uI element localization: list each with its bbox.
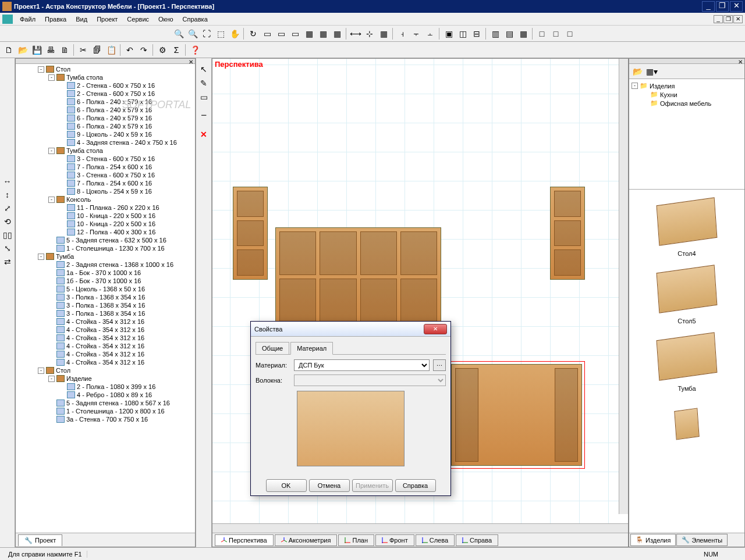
dialog-close-button[interactable]: ✕ [424,324,447,334]
child-close[interactable]: ✕ [733,15,743,23]
tree-node[interactable]: 7 - Полка - 254 x 600 x 16 [17,179,194,187]
window-3-icon[interactable]: □ [563,27,576,40]
cabinet-center[interactable] [275,227,441,326]
mirror-icon[interactable]: ▯▯ [1,229,14,241]
menu-help[interactable]: Справка [178,15,212,24]
sigma-icon[interactable]: Σ [170,44,183,56]
tree-node[interactable]: 3 - Полка - 1368 x 354 x 16 [17,309,194,318]
tree-icon[interactable]: ⚙ [156,44,169,56]
grain-select[interactable] [294,374,446,386]
tree-node[interactable]: 2 - Задняя стенка - 1368 x 1000 x 16 [17,261,194,269]
minimize-button[interactable]: _ [702,1,715,12]
child-minimize[interactable]: _ [714,15,723,23]
tree-node[interactable]: 9 - Цоколь - 240 x 59 x 16 [17,130,194,138]
thumb-stol4[interactable]: Стол4 [652,195,722,257]
thumb-item-4[interactable] [652,398,722,452]
tree-node[interactable]: -Изделие [17,374,194,383]
grid-icon[interactable]: ▦ [377,27,390,40]
delete-icon[interactable]: ✕ [197,128,210,141]
cabinet-left[interactable] [233,187,268,280]
tree-node[interactable]: 11 - Планка - 260 x 220 x 16 [17,204,194,212]
zoom-window-icon[interactable]: ⬚ [214,27,227,40]
tree-node[interactable]: 4 - Стойка - 354 x 312 x 16 [17,318,194,326]
flip-icon[interactable]: ⇄ [1,255,14,268]
tree-node[interactable]: 4 - Задняя стенка - 240 x 750 x 16 [17,138,194,147]
tree-node[interactable]: 3 - Полка - 1368 x 354 x 16 [17,293,194,301]
thumb-tumba[interactable]: Тумба [652,330,722,392]
tree-node[interactable]: -Стол [17,65,194,73]
menu-project[interactable]: Проект [92,15,122,24]
undo-icon[interactable]: ↶ [123,44,136,56]
cancel-button[interactable]: Отмена [309,479,350,492]
rotate-icon[interactable]: ↻ [247,27,260,40]
maximize-button[interactable]: ❐ [716,1,729,12]
tree-node[interactable]: 2 - Стенка - 600 x 750 x 16 [17,90,194,98]
tree-node[interactable]: 1а - Бок - 370 x 1000 x 16 [17,269,194,277]
tree-node[interactable]: 3 - Стенка - 600 x 750 x 16 [17,171,194,179]
tab-project[interactable]: 🔧Проект [18,534,62,546]
material-browse-button[interactable]: … [433,359,446,371]
menu-view[interactable]: Вид [71,15,92,24]
tree-node[interactable]: 1 - Столешница - 1230 x 700 x 16 [17,244,194,252]
child-restore[interactable]: ❐ [723,15,733,23]
copy-icon[interactable]: 🗐 [91,44,104,56]
tab-front[interactable]: Фронт [375,534,414,546]
tree-node[interactable]: 1 - Столешница - 1200 x 800 x 16 [17,407,194,415]
zoom-fit-icon[interactable]: ⛶ [200,27,213,40]
add-part-icon[interactable]: ▭ [197,91,210,104]
tree-node[interactable]: 3 - Стенка - 600 x 750 x 16 [17,155,194,163]
tree-node[interactable]: 6 - Полка - 240 x 579 x 16 [17,106,194,114]
tile-h-icon[interactable]: ▥ [489,27,502,40]
preview-icon[interactable]: 🗎 [58,44,71,56]
move-y-icon[interactable]: ↕ [1,188,14,201]
tree-node[interactable]: -Стол [17,366,194,374]
tab-plan[interactable]: План [338,534,374,546]
tree-node[interactable]: 4 - Стойка - 354 x 312 x 16 [17,334,194,342]
panel-close-icon[interactable]: ✕ [189,59,193,63]
tab-axonometry[interactable]: Аксонометрия [275,534,338,546]
view-top-icon[interactable]: ▭ [275,27,288,40]
library-thumbnails[interactable]: Стол4 Стол5 Тумба [629,190,744,533]
tree-node[interactable]: 4 - Стойка - 354 x 312 x 16 [17,342,194,350]
tree-node[interactable]: 6 - Полка - 240 x 579 x 16 [17,98,194,106]
tile-v-icon[interactable]: ▤ [503,27,516,40]
layout-1-icon[interactable]: ▣ [442,27,455,40]
library-tree[interactable]: -📁 Изделия 📁 Кухни 📁 Офисная мебель [629,79,744,190]
tree-node[interactable]: 4 - Ребро - 1080 x 89 x 16 [17,391,194,399]
new-icon[interactable]: 🗋 [2,44,15,56]
snap-icon[interactable]: ⊹ [363,27,376,40]
project-tree[interactable]: -Стол-Тумба стола2 - Стенка - 600 x 750 … [16,64,195,533]
tree-node[interactable]: 6 - Полка - 240 x 579 x 16 [17,122,194,130]
shaded-icon[interactable]: ▦ [317,27,329,40]
tree-node[interactable]: 5 - Цоколь - 1368 x 50 x 16 [17,285,194,293]
help-button[interactable]: Справка [395,479,436,492]
zoom-in-icon[interactable]: 🔍 [172,27,185,40]
tree-node[interactable]: 5 - Задняя стенка - 1080 x 567 x 16 [17,399,194,407]
zoom-out-icon[interactable]: 🔍 [186,27,199,40]
tab-perspective[interactable]: Перспектива [215,534,274,546]
print-icon[interactable]: 🖶 [44,44,57,56]
material-select[interactable]: ДСП Бук [294,359,430,371]
align-right-icon[interactable]: ⫟ [410,27,423,40]
pan-icon[interactable]: ✋ [228,27,241,40]
library-close-icon[interactable]: ✕ [738,59,743,63]
viewport-hscroll[interactable] [212,523,628,533]
scale-icon[interactable]: ⤡ [1,242,14,255]
tree-node[interactable]: -Тумба стола [17,147,194,155]
align-left-icon[interactable]: ⫞ [396,27,409,40]
layout-2-icon[interactable]: ◫ [456,27,469,40]
save-icon[interactable]: 💾 [30,44,43,56]
tree-node[interactable]: 2 - Стенка - 600 x 750 x 16 [17,81,194,90]
paste-icon[interactable]: 📋 [105,44,118,56]
close-button[interactable]: ✕ [730,1,743,12]
apply-button[interactable]: Применить [352,479,393,492]
tree-node[interactable]: 6 - Полка - 240 x 579 x 16 [17,114,194,122]
tab-products[interactable]: 🪑Изделия [630,534,676,546]
tab-material[interactable]: Материал [290,342,333,355]
rotate-xy-icon[interactable]: ⟲ [1,215,14,228]
cabinet-right[interactable] [550,187,585,280]
ok-button[interactable]: OK [266,479,307,492]
tree-node[interactable]: 4 - Стойка - 354 x 312 x 16 [17,358,194,366]
tab-general[interactable]: Общие [256,342,289,355]
view-front-icon[interactable]: ▭ [261,27,274,40]
